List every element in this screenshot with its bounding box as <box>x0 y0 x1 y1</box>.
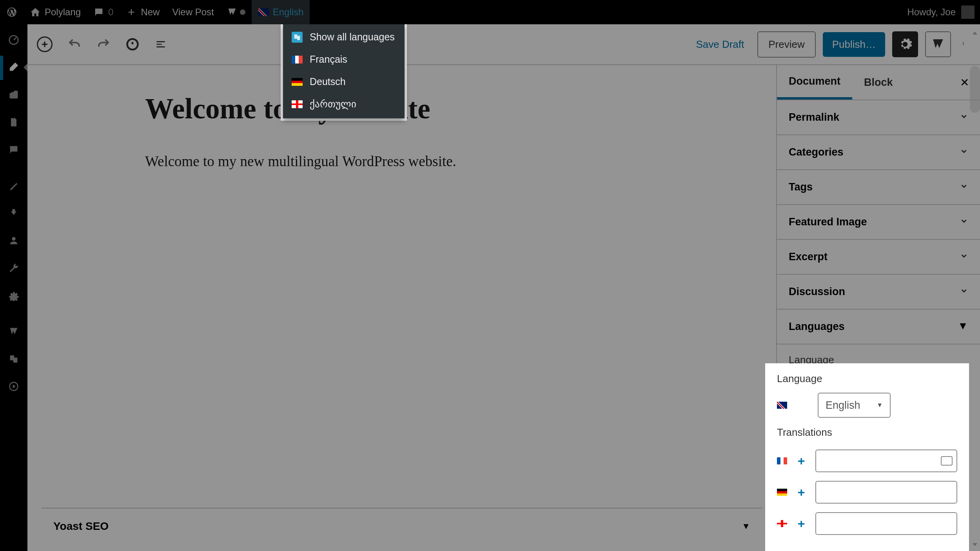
comments-menu[interactable]: 0 <box>87 0 120 24</box>
wp-logo-menu[interactable] <box>0 0 24 24</box>
current-language-label: English <box>273 7 304 18</box>
plus-icon <box>126 7 137 18</box>
sidebar-item-settings[interactable] <box>7 289 20 302</box>
sidebar-item-languages[interactable] <box>7 353 20 365</box>
wordpress-icon <box>6 7 17 18</box>
dropdown-show-all-label: Show all languages <box>310 31 395 43</box>
comment-count: 0 <box>108 7 113 18</box>
add-translation-de-button[interactable]: + <box>796 485 807 500</box>
dropdown-lang-ge[interactable]: ქართული <box>283 93 405 115</box>
home-icon <box>30 7 41 18</box>
view-post-link[interactable]: View Post <box>166 0 220 24</box>
panel-featured-image[interactable]: Featured Image <box>777 205 980 240</box>
caret-down-icon: ▼ <box>742 521 750 531</box>
chevron-down-icon <box>960 216 968 228</box>
language-switcher-dropdown: Show all languages Français Deutsch ქართ… <box>283 24 405 118</box>
chevron-down-icon <box>960 111 968 123</box>
sidebar-item-appearance[interactable] <box>7 179 20 192</box>
new-label: New <box>141 7 160 18</box>
post-content[interactable]: Welcome to my new multilingual WordPress… <box>27 129 776 170</box>
save-draft-button[interactable]: Save Draft <box>690 34 750 54</box>
dropdown-show-all-languages[interactable]: Show all languages <box>283 24 405 48</box>
view-post-label: View Post <box>172 7 214 18</box>
sidebar-item-plugins[interactable] <box>7 207 20 219</box>
undo-button[interactable] <box>67 37 82 51</box>
svg-point-6 <box>963 44 964 45</box>
flag-fr-icon <box>777 457 787 464</box>
svg-point-4 <box>963 42 964 43</box>
chevron-up-icon: ▲ <box>958 321 968 333</box>
yoast-toggle-button[interactable] <box>925 31 951 57</box>
picker-icon[interactable] <box>941 456 953 466</box>
redo-button[interactable] <box>96 37 111 51</box>
tab-block[interactable]: Block <box>852 65 905 100</box>
preview-button[interactable]: Preview <box>757 31 815 58</box>
sidebar-item-tools[interactable] <box>7 262 20 274</box>
flag-gb-icon <box>258 8 269 16</box>
add-block-button[interactable] <box>37 36 53 52</box>
sidebar-item-collapse[interactable] <box>7 380 20 393</box>
settings-toggle-button[interactable] <box>892 31 918 57</box>
scrollbar-arrow-up-icon[interactable] <box>971 30 978 38</box>
yoast-metabox-label: Yoast SEO <box>53 520 109 533</box>
yoast-icon <box>227 7 238 18</box>
svg-point-5 <box>963 43 964 44</box>
translate-icon <box>292 32 303 43</box>
vertical-scrollbar[interactable] <box>970 66 980 113</box>
yoast-metabox-toggle[interactable]: Yoast SEO ▼ <box>42 508 762 544</box>
comment-icon <box>93 7 104 18</box>
publish-button[interactable]: Publish… <box>823 32 885 57</box>
flag-de-icon <box>292 78 303 86</box>
sidebar-item-yoast[interactable] <box>7 325 20 338</box>
panel-permalink[interactable]: Permalink <box>777 100 980 135</box>
chevron-down-icon <box>960 146 968 158</box>
flag-ge-icon <box>292 100 303 108</box>
panel-languages[interactable]: Languages▲ <box>777 310 980 344</box>
sidebar-item-comments[interactable] <box>7 143 20 156</box>
tab-document[interactable]: Document <box>777 65 852 100</box>
editor-canvas[interactable]: Welcome to my website Welcome to my new … <box>27 65 776 551</box>
status-dot-icon <box>240 9 245 15</box>
dropdown-triangle-icon: ▼ <box>877 402 883 409</box>
flag-de-icon <box>777 489 787 496</box>
language-switcher-menu[interactable]: English <box>252 0 310 24</box>
panel-excerpt[interactable]: Excerpt <box>777 240 980 275</box>
content-structure-button[interactable] <box>125 37 140 51</box>
yoast-menu[interactable] <box>220 0 252 24</box>
scrollbar-arrow-down-icon[interactable] <box>971 541 978 549</box>
block-navigation-button[interactable] <box>154 38 167 51</box>
languages-panel-highlight: Language English ▼ Translations + + + <box>765 363 969 551</box>
sidebar-item-media[interactable] <box>7 89 20 101</box>
sidebar-item-users[interactable] <box>7 234 20 247</box>
chevron-down-icon <box>960 181 968 193</box>
site-name-menu[interactable]: Polylang <box>24 0 87 24</box>
panel-tags[interactable]: Tags <box>777 170 980 205</box>
panel-discussion[interactable]: Discussion <box>777 275 980 310</box>
sidebar-item-posts[interactable] <box>7 61 20 74</box>
sidebar-item-dashboard[interactable] <box>7 34 20 46</box>
wp-admin-sidebar <box>0 24 27 551</box>
dropdown-lang-de[interactable]: Deutsch <box>283 71 405 93</box>
dropdown-lang-fr[interactable]: Français <box>283 48 405 71</box>
chevron-down-icon <box>960 286 968 298</box>
translation-input-ge[interactable] <box>815 512 957 535</box>
flag-ge-icon <box>777 520 787 527</box>
more-options-button[interactable] <box>958 36 971 52</box>
add-translation-fr-button[interactable]: + <box>796 454 807 468</box>
chevron-down-icon <box>960 251 968 263</box>
site-name-label: Polylang <box>45 7 81 18</box>
panel-categories[interactable]: Categories <box>777 135 980 170</box>
howdy-label: Howdy, Joe <box>907 7 956 18</box>
flag-fr-icon <box>292 56 303 63</box>
language-select[interactable]: English ▼ <box>818 393 891 418</box>
wp-admin-bar: Polylang 0 New View Post <box>0 0 980 24</box>
translation-input-fr[interactable] <box>815 450 957 472</box>
new-content-menu[interactable]: New <box>120 0 166 24</box>
editor-toolbar: Save Draft Preview Publish… <box>27 24 980 65</box>
flag-gb-icon <box>777 402 787 409</box>
avatar[interactable] <box>961 5 975 19</box>
sidebar-tabs: Document Block ✕ <box>777 65 980 100</box>
translation-input-de[interactable] <box>815 481 957 504</box>
add-translation-ge-button[interactable]: + <box>796 517 807 531</box>
sidebar-item-pages[interactable] <box>7 116 20 129</box>
